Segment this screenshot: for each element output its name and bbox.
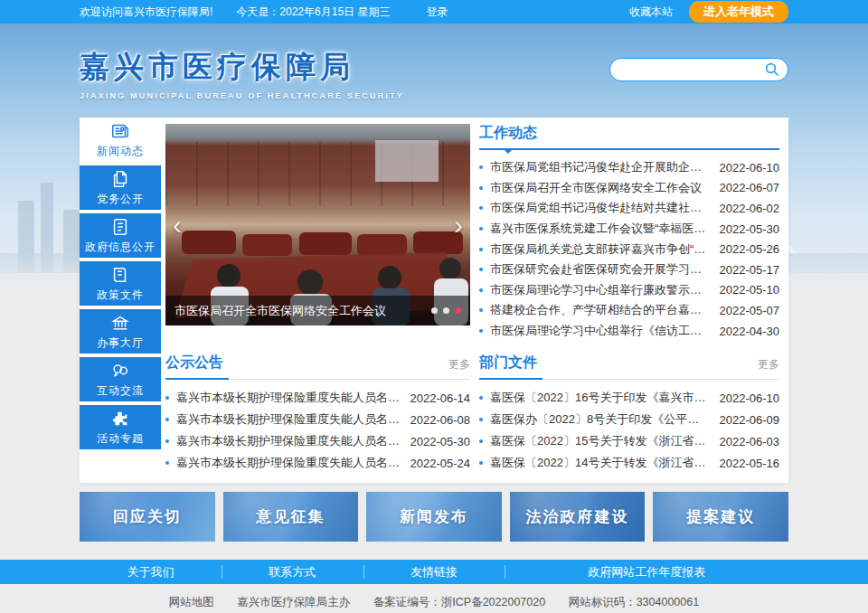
news-link[interactable]: 市医保局理论学习中心组举行《信访工作条例》专题... [490,323,711,339]
topbar: 欢迎访问嘉兴市医疗保障局! 今天是：2022年6月15日 星期三 登录 收藏本站… [0,0,868,24]
section-title: 工作动态 [479,124,537,143]
news-link[interactable]: 市医保局机关党总支部获评嘉兴市争创“建设清廉机... [490,241,711,258]
news-link[interactable]: 市医保局党组书记冯俊华赴企开展助企纾困活动 [490,159,711,175]
footer: 网站地图 嘉兴市医疗保障局主办 备案证编号：浙ICP备2022007020 网站… [0,584,868,613]
news-date: 2022-05-26 [720,242,780,256]
bullet-icon [479,206,483,210]
sidebar-item-interaction[interactable]: 互动交流 [80,357,161,401]
banner-proposals[interactable]: 提案建议 [653,492,788,542]
carousel-dot[interactable] [431,307,438,314]
bullet-icon [479,186,483,190]
login-link[interactable]: 登录 [426,5,448,20]
list-item: 市医保局理论学习中心组举行廉政警示教育专题学习...2022-05-10 [479,280,779,301]
search-input[interactable] [623,63,764,76]
carousel-dot-active[interactable] [455,307,461,314]
sidebar-item-gov-info[interactable]: 政府信息公开 [80,213,161,258]
carousel-prev-arrow-icon[interactable]: ‹ [173,212,182,239]
sidebar-item-activities[interactable]: 活动专题 [80,405,161,449]
news-link[interactable]: 市医保局召开全市医保网络安全工作会议 [490,180,711,196]
bullet-icon [165,439,169,443]
bank-icon [110,313,130,333]
bullet-icon [479,329,483,333]
puzzle-icon [110,409,130,429]
footer-nav-links[interactable]: 友情链接 [363,560,505,584]
news-link[interactable]: 市医保局党组书记冯俊华赴结对共建社区指导全国文... [490,200,711,216]
news-link[interactable]: 市医保研究会赴省医保研究会开展学习交流活动 [490,261,711,278]
news-link[interactable]: 嘉兴市本级长期护理保险重度失能人员名单公示（2... [176,433,401,449]
search-button[interactable] [764,61,780,78]
bullet-icon [479,288,483,292]
bullet-icon [165,418,169,421]
news-link[interactable]: 嘉医保〔2022〕14号关于转发《浙江省医疗保... [490,455,711,471]
news-date: 2022-06-02 [720,202,780,215]
sidebar-item-label: 政府信息公开 [85,240,156,255]
footer-nav: 关于我们 联系方式 友情链接 政府网站工作年度报表 [0,560,868,584]
footer-nav-contact[interactable]: 联系方式 [222,560,363,584]
sidebar-item-label: 政策文件 [97,288,144,303]
banner-news-release[interactable]: 新闻发布 [366,492,502,542]
banner-opinion-collection[interactable]: 意见征集 [223,492,359,542]
sidebar-item-party-affairs[interactable]: 党务公开 [80,165,161,210]
carousel-caption-text[interactable]: 市医保局召开全市医保网络安全工作会议 [175,303,424,319]
list-item: 嘉兴市本级长期护理保险重度失能人员名单公示（2...2022-05-24 [165,452,470,474]
bullet-icon [479,461,483,465]
news-date: 2022-06-08 [410,413,471,427]
banner-label: 新闻发布 [400,506,468,527]
news-link[interactable]: 嘉医保办〔2022〕8号关于印发《公平竞争审查... [490,411,711,428]
news-date: 2022-05-17 [720,263,780,277]
bullet-icon [479,439,483,443]
bullet-icon [479,396,483,400]
bullet-icon [479,248,483,251]
section-work-news: 工作动态 市医保局党组书记冯俊华赴企开展助企纾困活动2022-06-10 市医保… [479,124,779,341]
news-link[interactable]: 嘉兴市本级长期护理保险重度失能人员名单公示（2... [176,455,401,471]
footer-nav-about[interactable]: 关于我们 [80,560,222,584]
list-item: 嘉医保〔2022〕14号关于转发《浙江省医疗保...2022-05-16 [479,452,779,474]
more-link[interactable]: 更多 [758,357,779,373]
list-item: 市医保局机关党总支部获评嘉兴市争创“建设清廉机...2022-05-26 [479,239,779,259]
list-item: 市医保局党组书记冯俊华赴结对共建社区指导全国文...2022-06-02 [479,198,779,219]
news-date: 2022-05-07 [720,304,780,317]
list-item: 嘉医保〔2022〕16号关于印发《嘉兴市医疗保...2022-06-10 [479,387,779,409]
list-item: 嘉兴市本级长期护理保险重度失能人员名单公示（2...2022-06-08 [165,409,470,430]
news-date: 2022-05-10 [720,283,780,297]
banner-rule-of-law[interactable]: 法治政府建设 [510,492,646,542]
section-dept-docs: 部门文件 更多 嘉医保〔2022〕16号关于印发《嘉兴市医疗保...2022-0… [479,354,779,474]
list-item: 市医保局理论学习中心组举行《信访工作条例》专题...2022-04-30 [479,321,779,342]
news-link[interactable]: 嘉兴市医保系统党建工作会议暨“幸福医保”党建联... [490,221,711,237]
news-link[interactable]: 嘉医保〔2022〕16号关于印发《嘉兴市医疗保... [490,390,711,406]
sidebar-item-label: 办事大厅 [97,335,144,351]
news-link[interactable]: 嘉兴市本级长期护理保险重度失能人员名单公示（2... [176,390,401,406]
favorite-site-link[interactable]: 收藏本站 [629,5,673,20]
sidebar-item-policy-files[interactable]: 政策文件 [80,261,161,306]
news-date: 2022-05-16 [720,457,780,470]
news-link[interactable]: 市医保局理论学习中心组举行廉政警示教育专题学习... [490,282,711,298]
site-map-link[interactable]: 网站地图 [169,596,214,608]
list-item: 嘉医保办〔2022〕8号关于印发《公平竞争审查...2022-06-09 [479,409,779,430]
footer-nav-annual-report[interactable]: 政府网站工作年度报表 [505,560,788,584]
sidebar-item-label: 互动交流 [97,383,144,399]
newspaper-icon [110,121,130,141]
bullet-icon [479,165,483,169]
carousel-dot[interactable] [443,307,449,314]
bullet-icon [479,308,483,312]
news-link[interactable]: 嘉医保〔2022〕15号关于转发《浙江省医疗保... [490,433,711,449]
carousel-caption: 市医保局召开全市医保网络安全工作会议 [165,296,470,325]
list-item: 嘉兴市医保系统党建工作会议暨“幸福医保”党建联...2022-05-30 [479,219,779,240]
site-code: 网站标识码：3304000061 [569,596,700,608]
more-link[interactable]: 更多 [448,357,470,373]
carousel-next-arrow-icon[interactable]: › [454,212,463,239]
quick-link-banners: 回应关切 意见征集 新闻发布 法治政府建设 提案建议 [80,492,788,542]
news-link[interactable]: 搭建校企合作、产学研相结合的平台嘉兴市长期护理... [490,302,711,318]
news-link[interactable]: 嘉兴市本级长期护理保险重度失能人员名单公示（2... [176,411,401,428]
news-carousel[interactable]: ‹ › 市医保局召开全市医保网络安全工作会议 [165,124,470,325]
search-icon [764,61,780,78]
sidebar-item-service-hall[interactable]: 办事大厅 [80,309,161,354]
banner-label: 法治政府建设 [526,506,629,527]
search-box[interactable] [609,58,788,81]
footer-line-1: 网站地图 嘉兴市医疗保障局主办 备案证编号：浙ICP备2022007020 网站… [0,593,868,612]
news-date: 2022-06-10 [720,391,780,405]
banner-label: 回应关切 [113,506,182,527]
banner-respond-concerns[interactable]: 回应关切 [80,492,215,542]
sidebar-item-news[interactable]: 新闻动态 [80,118,161,162]
elder-mode-button[interactable]: 进入老年模式 [689,1,788,23]
